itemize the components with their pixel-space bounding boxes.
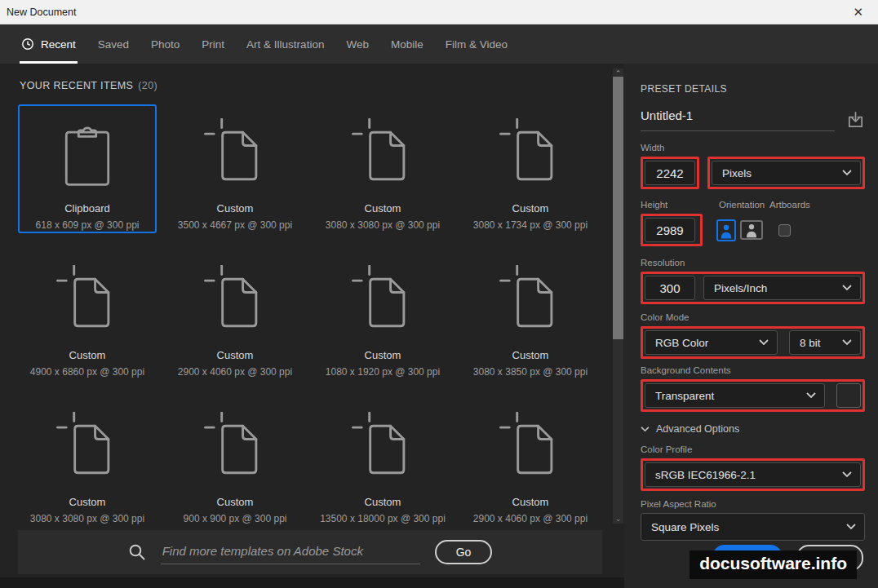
tab-label: Web [346,38,369,51]
unit-value: Pixels [722,167,842,179]
width-label: Width [641,143,865,153]
recent-item[interactable]: Custom 4900 x 6860 px @ 300 ppi [18,251,157,380]
recent-item-spec: 2900 x 4060 px @ 300 ppi [178,366,292,378]
recent-item-spec: 1080 x 1920 px @ 300 ppi [326,366,440,378]
annotation-box-width [641,157,699,189]
recent-item-name: Custom [69,496,106,508]
recent-item[interactable]: Custom 1080 x 1920 px @ 300 ppi [313,251,452,380]
color-profile-dropdown[interactable]: sRGB IEC61966-2.1 [645,462,861,487]
document-name-field[interactable]: Untitled-1 [641,108,835,131]
recent-item-thumbnail [56,408,118,491]
bottom-edge [0,577,624,588]
orientation-label: Orientation [719,200,769,210]
go-button[interactable]: Go [435,540,493,564]
tab-print[interactable]: Print [200,24,226,64]
background-color-swatch[interactable] [836,383,861,408]
recent-item-name: Custom [365,202,401,214]
recent-item[interactable]: Clipboard 618 x 609 px @ 300 ppi [18,104,157,233]
document-icon [352,412,414,487]
tab-art-illustration[interactable]: Art & Illustration [245,24,326,64]
recent-item[interactable]: Custom 13500 x 18000 px @ 300 ppi [313,398,452,527]
color-mode-dropdown[interactable]: RGB Color [645,330,778,355]
resolution-input[interactable] [645,276,695,300]
background-contents-dropdown[interactable]: Transparent [645,383,825,408]
tab-mobile[interactable]: Mobile [389,24,425,64]
chevron-down-icon [842,170,852,176]
recent-item-name: Custom [69,349,106,361]
portrait-icon [719,223,734,240]
search-input[interactable] [161,541,420,564]
resolution-unit-value: Pixels/Inch [714,282,842,294]
recent-item[interactable]: Custom 900 x 900 px @ 300 ppi [166,398,304,527]
height-input[interactable] [645,218,695,242]
clipboard-icon [63,124,112,188]
recent-item[interactable]: Custom 2900 x 4060 px @ 300 ppi [166,251,304,380]
recent-item-name: Custom [365,496,401,508]
recent-item[interactable]: Custom 3500 x 4667 px @ 300 ppi [166,104,304,233]
preset-details-heading: PRESET DETAILS [641,83,865,95]
save-preset-icon[interactable] [846,111,865,130]
annotation-box-color-profile: sRGB IEC61966-2.1 [641,458,865,491]
adobe-stock-search-bar: Go [18,530,602,574]
unit-dropdown[interactable]: Pixels [712,161,861,185]
recent-item-thumbnail [63,114,112,197]
recent-item-spec: 3080 x 1734 px @ 300 ppi [473,219,588,231]
recent-item-thumbnail [204,408,266,491]
grid-scrollbar[interactable]: ⌃ ⌄ [613,69,623,524]
annotation-box-height [641,214,703,246]
search-icon [128,543,146,561]
tab-label: Print [202,38,224,51]
resolution-unit-dropdown[interactable]: Pixels/Inch [703,276,861,300]
document-icon [56,412,118,487]
chevron-down-icon [641,427,650,432]
document-icon [499,412,561,487]
tab-photo[interactable]: Photo [149,24,181,64]
orientation-portrait-button[interactable] [716,219,736,241]
orientation-landscape-button[interactable] [740,220,763,240]
recent-item-spec: 3080 x 3080 px @ 300 ppi [30,513,144,524]
recent-item[interactable]: Custom 2900 x 4060 px @ 300 ppi [461,398,600,527]
document-icon [352,265,414,340]
document-icon [352,118,414,193]
advanced-options-toggle[interactable]: Advanced Options [641,423,865,435]
tab-web[interactable]: Web [344,24,370,64]
pixel-aspect-ratio-dropdown[interactable]: Square Pixels [641,513,865,541]
bit-depth-dropdown[interactable]: 8 bit [789,330,861,355]
recent-item-spec: 13500 x 18000 px @ 300 ppi [320,513,446,524]
advanced-options-label: Advanced Options [656,423,739,435]
recent-item-spec: 3080 x 3850 px @ 300 ppi [473,366,588,378]
document-icon [204,265,266,340]
title-bar: New Document ✕ [0,0,878,24]
scrollbar-thumb[interactable] [613,77,623,339]
recent-item[interactable]: Custom 3080 x 1734 px @ 300 ppi [461,104,600,233]
color-profile-label: Color Profile [641,444,865,454]
annotation-box-resolution: Pixels/Inch [641,272,865,304]
chevron-down-icon [806,392,816,399]
color-mode-label: Color Mode [641,312,865,322]
recent-item-name: Custom [512,202,549,214]
annotation-box-background: Transparent [641,379,865,412]
tab-recent[interactable]: Recent [20,24,78,64]
tab-film-video[interactable]: Film & Video [444,24,509,64]
recent-item[interactable]: Custom 3080 x 3080 px @ 300 ppi [313,104,452,233]
document-icon [204,118,266,193]
width-input[interactable] [645,161,695,185]
document-icon [499,118,561,193]
clock-icon [21,38,34,51]
chevron-down-icon [759,339,769,346]
tab-saved[interactable]: Saved [96,24,131,64]
scrollbar-down-icon[interactable]: ⌄ [613,514,623,524]
landscape-icon [744,223,759,238]
window-close-button[interactable]: ✕ [848,4,868,20]
recent-item-thumbnail [499,261,561,344]
recent-item-thumbnail [352,114,414,197]
recent-item-thumbnail [56,261,118,344]
recent-item-name: Custom [512,349,549,361]
artboards-checkbox[interactable] [778,224,791,237]
recent-item[interactable]: Custom 3080 x 3080 px @ 300 ppi [18,398,157,527]
recent-item[interactable]: Custom 3080 x 3850 px @ 300 ppi [461,251,600,380]
bit-depth-value: 8 bit [800,337,842,349]
recent-item-name: Custom [365,349,401,361]
window-title: New Document [7,7,76,18]
recent-items-grid: Clipboard 618 x 609 px @ 300 ppi C [18,104,600,527]
